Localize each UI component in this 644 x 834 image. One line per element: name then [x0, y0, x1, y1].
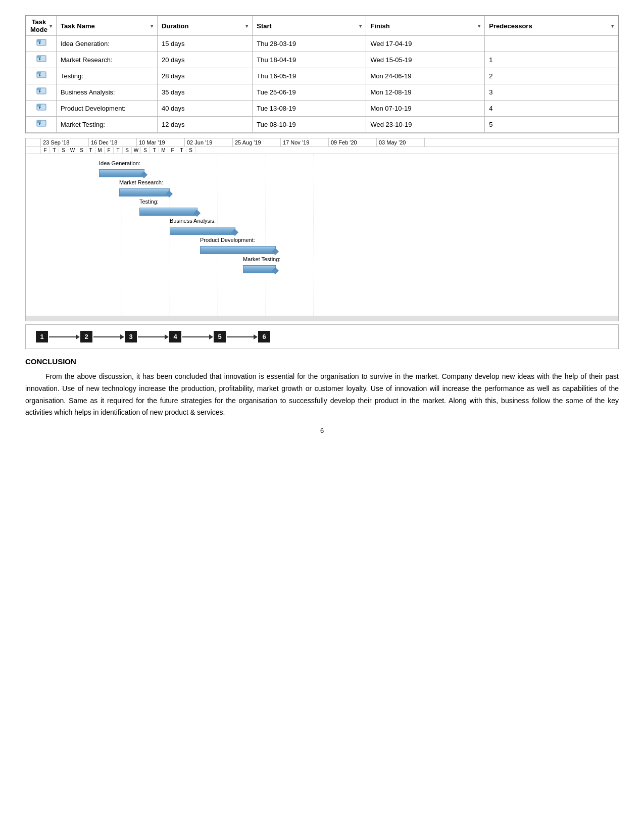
timeline-number: 4	[169, 331, 181, 342]
th-task-name-arrow: ▾	[151, 23, 153, 29]
chart-subheader-cell: S	[141, 147, 150, 154]
chart-subheader: FTSWSTMFTSWSTMFTS	[26, 147, 618, 154]
pred-cell: 1	[485, 52, 618, 68]
th-finish[interactable]: Finish ▾	[366, 16, 485, 36]
chart-date-header: 10 Mar '19	[137, 138, 185, 146]
duration-cell: 12 days	[158, 117, 253, 133]
task-name-cell: Idea Generation:	[57, 36, 158, 52]
start-cell: Tue 13-08-19	[253, 101, 366, 117]
chart-vline	[266, 154, 266, 316]
task-mode-cell	[26, 101, 57, 117]
chart-subheader-cell: T	[177, 147, 186, 154]
task-icon	[36, 86, 46, 99]
finish-cell: Wed 17-04-19	[366, 36, 485, 52]
task-icon	[36, 37, 46, 50]
timeline-number: 3	[125, 331, 137, 342]
finish-cell: Mon 07-10-19	[366, 101, 485, 117]
conclusion-title: CONCLUSION	[25, 357, 619, 366]
th-predecessors-label: Predecessors	[489, 22, 532, 30]
task-icon-svg	[36, 86, 46, 96]
chart-vline	[314, 154, 314, 316]
pred-cell	[485, 36, 618, 52]
bar-label: Business Analysis:	[170, 218, 216, 224]
task-name-cell: Market Testing:	[57, 117, 158, 133]
task-icon-svg	[36, 54, 46, 64]
chart-vline	[170, 154, 170, 316]
th-duration-arrow: ▾	[245, 23, 248, 29]
gantt-bar[interactable]	[200, 246, 276, 254]
chart-vline	[218, 154, 218, 316]
task-icon	[36, 54, 46, 66]
timeline-arrow	[138, 336, 168, 337]
bar-label: Market Research:	[119, 179, 163, 185]
chart-subheader-cell: T	[150, 147, 159, 154]
th-duration[interactable]: Duration ▾	[158, 16, 253, 36]
table-row: Product Development: 40 days Tue 13-08-1…	[26, 101, 618, 117]
chart-date-header: 03 May '20	[377, 138, 425, 146]
chart-date-header: 17 Nov '19	[281, 138, 329, 146]
start-cell: Thu 18-04-19	[253, 52, 366, 68]
th-finish-arrow: ▾	[478, 23, 480, 29]
chart-date-header: 23 Sep '18	[41, 138, 89, 146]
chart-subheader-cell: S	[59, 147, 68, 154]
chart-subheader-cell: S	[186, 147, 195, 154]
th-task-mode[interactable]: TaskMode ▾	[26, 16, 57, 36]
duration-cell: 35 days	[158, 84, 253, 101]
task-icon	[36, 102, 46, 115]
task-mode-cell	[26, 117, 57, 133]
th-duration-label: Duration	[162, 22, 188, 30]
task-icon-svg	[36, 118, 46, 128]
task-name-cell: Testing:	[57, 68, 158, 84]
chart-subheader-cell: M	[95, 147, 105, 154]
task-icon	[36, 70, 46, 82]
timeline-arrow	[93, 336, 124, 337]
start-cell: Tue 08-10-19	[253, 117, 366, 133]
th-start[interactable]: Start ▾	[253, 16, 366, 36]
timeline-number: 6	[258, 331, 270, 342]
gantt-bar[interactable]	[119, 188, 170, 197]
start-cell: Thu 28-03-19	[253, 36, 366, 52]
timeline-number: 2	[80, 331, 92, 342]
gantt-bar[interactable]	[139, 208, 197, 216]
th-task-name[interactable]: Task Name ▾	[57, 16, 158, 36]
page-number: 6	[25, 427, 619, 434]
th-task-mode-label: TaskMode	[30, 18, 47, 33]
gantt-bar[interactable]	[99, 169, 144, 177]
timeline-arrow	[49, 336, 79, 337]
chart-body: Idea Generation:Market Research:Testing:…	[26, 154, 618, 316]
chart-subheader-cell: F	[105, 147, 114, 154]
th-task-name-label: Task Name	[61, 22, 95, 30]
chart-date-header: 25 Aug '19	[233, 138, 281, 146]
chart-date-header: 02 Jun '19	[185, 138, 233, 146]
table-row: Market Testing: 12 days Tue 08-10-19 Wed…	[26, 117, 618, 133]
chart-header-dates: 23 Sep '1816 Dec '1810 Mar '1902 Jun '19…	[26, 138, 618, 147]
table-row: Idea Generation: 15 days Thu 28-03-19 We…	[26, 36, 618, 52]
timeline-arrow	[182, 336, 213, 337]
task-icon-svg	[36, 70, 46, 80]
pred-cell: 3	[485, 84, 618, 101]
gantt-bar[interactable]	[243, 265, 276, 273]
chart-subheader-cell: F	[41, 147, 50, 154]
chart-subheader-cell: T	[114, 147, 123, 154]
gantt-table: TaskMode ▾ Task Name ▾ Duration ▾	[26, 16, 618, 133]
th-predecessors[interactable]: Predecessors ▾	[485, 16, 618, 36]
duration-cell: 28 days	[158, 68, 253, 84]
start-cell: Tue 25-06-19	[253, 84, 366, 101]
timeline-row: 123456	[25, 324, 619, 349]
conclusion-section: CONCLUSION From the above discussion, it…	[25, 357, 619, 419]
bar-label: Testing:	[139, 199, 159, 205]
duration-cell: 15 days	[158, 36, 253, 52]
chart-subheader-cell: S	[77, 147, 86, 154]
table-row: Business Analysis: 35 days Tue 25-06-19 …	[26, 84, 618, 101]
th-start-label: Start	[257, 22, 272, 30]
table-row: Market Research: 20 days Thu 18-04-19 We…	[26, 52, 618, 68]
chart-date-header: 09 Feb '20	[329, 138, 377, 146]
gantt-bar[interactable]	[170, 227, 235, 235]
chart-scrollbar[interactable]	[26, 316, 618, 321]
th-finish-label: Finish	[370, 22, 389, 30]
task-name-cell: Product Development:	[57, 101, 158, 117]
task-icon-svg	[36, 102, 46, 112]
task-mode-cell	[26, 36, 57, 52]
pred-cell: 4	[485, 101, 618, 117]
task-mode-cell	[26, 84, 57, 101]
